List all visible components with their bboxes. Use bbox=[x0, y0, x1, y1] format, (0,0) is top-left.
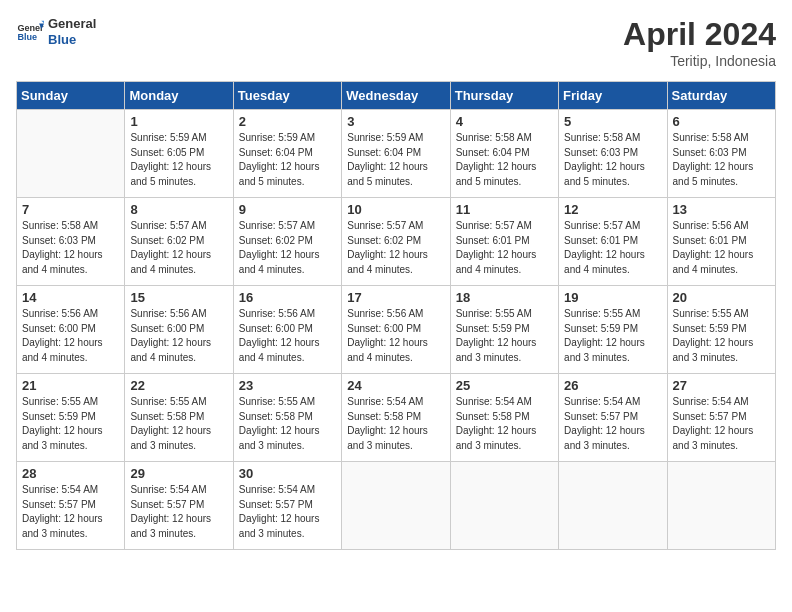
calendar-cell: 28 Sunrise: 5:54 AM Sunset: 5:57 PM Dayl… bbox=[17, 462, 125, 550]
sunrise-label: Sunrise: 5:57 AM bbox=[564, 220, 640, 231]
daylight-label: Daylight: 12 hours and 5 minutes. bbox=[456, 161, 537, 187]
sunset-label: Sunset: 5:58 PM bbox=[130, 411, 204, 422]
sunrise-label: Sunrise: 5:56 AM bbox=[22, 308, 98, 319]
sunset-label: Sunset: 6:03 PM bbox=[22, 235, 96, 246]
calendar-cell: 5 Sunrise: 5:58 AM Sunset: 6:03 PM Dayli… bbox=[559, 110, 667, 198]
daylight-label: Daylight: 12 hours and 5 minutes. bbox=[130, 161, 211, 187]
calendar-cell: 17 Sunrise: 5:56 AM Sunset: 6:00 PM Dayl… bbox=[342, 286, 450, 374]
calendar-cell: 22 Sunrise: 5:55 AM Sunset: 5:58 PM Dayl… bbox=[125, 374, 233, 462]
sunrise-label: Sunrise: 5:58 AM bbox=[564, 132, 640, 143]
daylight-label: Daylight: 12 hours and 3 minutes. bbox=[239, 513, 320, 539]
day-number: 4 bbox=[456, 114, 553, 129]
daylight-label: Daylight: 12 hours and 4 minutes. bbox=[347, 337, 428, 363]
daylight-label: Daylight: 12 hours and 4 minutes. bbox=[130, 337, 211, 363]
day-number: 12 bbox=[564, 202, 661, 217]
daylight-label: Daylight: 12 hours and 3 minutes. bbox=[130, 513, 211, 539]
sunrise-label: Sunrise: 5:54 AM bbox=[130, 484, 206, 495]
day-info: Sunrise: 5:57 AM Sunset: 6:01 PM Dayligh… bbox=[456, 219, 553, 277]
day-info: Sunrise: 5:56 AM Sunset: 6:00 PM Dayligh… bbox=[22, 307, 119, 365]
day-info: Sunrise: 5:56 AM Sunset: 6:01 PM Dayligh… bbox=[673, 219, 770, 277]
day-number: 14 bbox=[22, 290, 119, 305]
calendar-cell: 15 Sunrise: 5:56 AM Sunset: 6:00 PM Dayl… bbox=[125, 286, 233, 374]
sunrise-label: Sunrise: 5:58 AM bbox=[22, 220, 98, 231]
day-number: 9 bbox=[239, 202, 336, 217]
weekday-header: Monday bbox=[125, 82, 233, 110]
sunset-label: Sunset: 6:02 PM bbox=[239, 235, 313, 246]
sunrise-label: Sunrise: 5:54 AM bbox=[564, 396, 640, 407]
day-number: 13 bbox=[673, 202, 770, 217]
day-number: 26 bbox=[564, 378, 661, 393]
sunrise-label: Sunrise: 5:55 AM bbox=[130, 396, 206, 407]
calendar-cell bbox=[559, 462, 667, 550]
calendar-cell: 2 Sunrise: 5:59 AM Sunset: 6:04 PM Dayli… bbox=[233, 110, 341, 198]
sunrise-label: Sunrise: 5:58 AM bbox=[673, 132, 749, 143]
calendar-week-row: 1 Sunrise: 5:59 AM Sunset: 6:05 PM Dayli… bbox=[17, 110, 776, 198]
month-title: April 2024 bbox=[623, 16, 776, 53]
daylight-label: Daylight: 12 hours and 3 minutes. bbox=[239, 425, 320, 451]
day-info: Sunrise: 5:54 AM Sunset: 5:57 PM Dayligh… bbox=[564, 395, 661, 453]
day-number: 7 bbox=[22, 202, 119, 217]
title-block: April 2024 Teritip, Indonesia bbox=[623, 16, 776, 69]
day-number: 6 bbox=[673, 114, 770, 129]
day-info: Sunrise: 5:56 AM Sunset: 6:00 PM Dayligh… bbox=[239, 307, 336, 365]
weekday-header: Saturday bbox=[667, 82, 775, 110]
calendar-cell: 14 Sunrise: 5:56 AM Sunset: 6:00 PM Dayl… bbox=[17, 286, 125, 374]
daylight-label: Daylight: 12 hours and 3 minutes. bbox=[456, 425, 537, 451]
weekday-header: Sunday bbox=[17, 82, 125, 110]
calendar-cell: 1 Sunrise: 5:59 AM Sunset: 6:05 PM Dayli… bbox=[125, 110, 233, 198]
day-info: Sunrise: 5:58 AM Sunset: 6:04 PM Dayligh… bbox=[456, 131, 553, 189]
daylight-label: Daylight: 12 hours and 4 minutes. bbox=[239, 337, 320, 363]
day-number: 2 bbox=[239, 114, 336, 129]
daylight-label: Daylight: 12 hours and 3 minutes. bbox=[22, 425, 103, 451]
sunrise-label: Sunrise: 5:56 AM bbox=[239, 308, 315, 319]
calendar-cell: 27 Sunrise: 5:54 AM Sunset: 5:57 PM Dayl… bbox=[667, 374, 775, 462]
sunset-label: Sunset: 6:04 PM bbox=[456, 147, 530, 158]
sunset-label: Sunset: 6:00 PM bbox=[22, 323, 96, 334]
sunrise-label: Sunrise: 5:57 AM bbox=[239, 220, 315, 231]
sunset-label: Sunset: 5:59 PM bbox=[564, 323, 638, 334]
day-info: Sunrise: 5:58 AM Sunset: 6:03 PM Dayligh… bbox=[673, 131, 770, 189]
day-number: 1 bbox=[130, 114, 227, 129]
day-info: Sunrise: 5:54 AM Sunset: 5:58 PM Dayligh… bbox=[347, 395, 444, 453]
daylight-label: Daylight: 12 hours and 4 minutes. bbox=[347, 249, 428, 275]
calendar-cell bbox=[17, 110, 125, 198]
daylight-label: Daylight: 12 hours and 5 minutes. bbox=[673, 161, 754, 187]
daylight-label: Daylight: 12 hours and 4 minutes. bbox=[22, 249, 103, 275]
calendar-cell: 10 Sunrise: 5:57 AM Sunset: 6:02 PM Dayl… bbox=[342, 198, 450, 286]
calendar-cell: 24 Sunrise: 5:54 AM Sunset: 5:58 PM Dayl… bbox=[342, 374, 450, 462]
sunrise-label: Sunrise: 5:54 AM bbox=[673, 396, 749, 407]
day-info: Sunrise: 5:54 AM Sunset: 5:57 PM Dayligh… bbox=[130, 483, 227, 541]
day-number: 19 bbox=[564, 290, 661, 305]
daylight-label: Daylight: 12 hours and 3 minutes. bbox=[673, 425, 754, 451]
weekday-header: Tuesday bbox=[233, 82, 341, 110]
sunset-label: Sunset: 6:03 PM bbox=[564, 147, 638, 158]
day-info: Sunrise: 5:57 AM Sunset: 6:01 PM Dayligh… bbox=[564, 219, 661, 277]
day-info: Sunrise: 5:58 AM Sunset: 6:03 PM Dayligh… bbox=[564, 131, 661, 189]
daylight-label: Daylight: 12 hours and 4 minutes. bbox=[130, 249, 211, 275]
sunset-label: Sunset: 5:58 PM bbox=[239, 411, 313, 422]
calendar-cell: 20 Sunrise: 5:55 AM Sunset: 5:59 PM Dayl… bbox=[667, 286, 775, 374]
sunrise-label: Sunrise: 5:57 AM bbox=[456, 220, 532, 231]
logo-icon: General Blue bbox=[16, 18, 44, 46]
logo-text: General Blue bbox=[48, 16, 96, 47]
sunrise-label: Sunrise: 5:56 AM bbox=[347, 308, 423, 319]
day-info: Sunrise: 5:59 AM Sunset: 6:04 PM Dayligh… bbox=[347, 131, 444, 189]
day-number: 3 bbox=[347, 114, 444, 129]
day-number: 16 bbox=[239, 290, 336, 305]
day-number: 21 bbox=[22, 378, 119, 393]
sunset-label: Sunset: 6:01 PM bbox=[456, 235, 530, 246]
sunset-label: Sunset: 5:59 PM bbox=[673, 323, 747, 334]
day-number: 24 bbox=[347, 378, 444, 393]
calendar-cell: 6 Sunrise: 5:58 AM Sunset: 6:03 PM Dayli… bbox=[667, 110, 775, 198]
day-info: Sunrise: 5:55 AM Sunset: 5:59 PM Dayligh… bbox=[456, 307, 553, 365]
daylight-label: Daylight: 12 hours and 5 minutes. bbox=[239, 161, 320, 187]
sunrise-label: Sunrise: 5:55 AM bbox=[564, 308, 640, 319]
day-info: Sunrise: 5:56 AM Sunset: 6:00 PM Dayligh… bbox=[130, 307, 227, 365]
day-number: 17 bbox=[347, 290, 444, 305]
calendar-cell: 4 Sunrise: 5:58 AM Sunset: 6:04 PM Dayli… bbox=[450, 110, 558, 198]
calendar-cell: 25 Sunrise: 5:54 AM Sunset: 5:58 PM Dayl… bbox=[450, 374, 558, 462]
day-info: Sunrise: 5:54 AM Sunset: 5:57 PM Dayligh… bbox=[22, 483, 119, 541]
calendar-cell: 26 Sunrise: 5:54 AM Sunset: 5:57 PM Dayl… bbox=[559, 374, 667, 462]
sunset-label: Sunset: 5:57 PM bbox=[22, 499, 96, 510]
calendar-cell: 23 Sunrise: 5:55 AM Sunset: 5:58 PM Dayl… bbox=[233, 374, 341, 462]
